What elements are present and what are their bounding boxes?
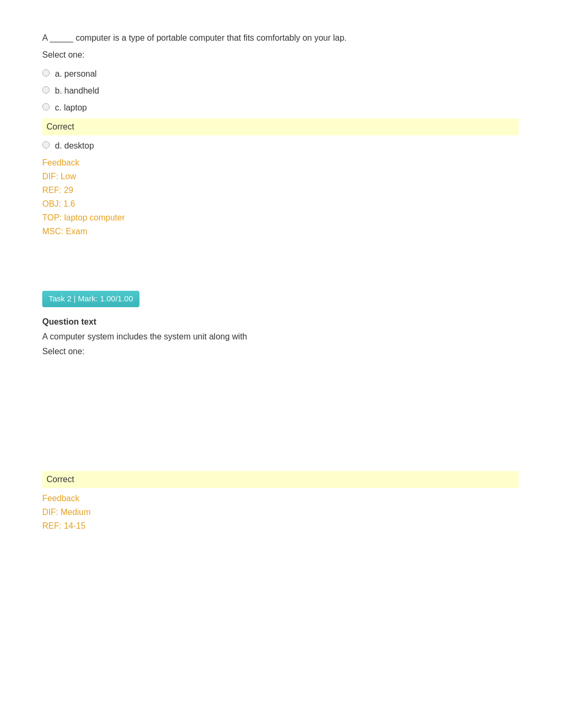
correct-banner-2: Correct bbox=[42, 471, 519, 488]
options-spacer bbox=[42, 364, 519, 470]
option-a-radio[interactable] bbox=[42, 69, 50, 77]
feedback-top-1: TOP: laptop computer bbox=[42, 211, 519, 224]
question-1-select-one: Select one: bbox=[42, 49, 519, 61]
option-a-label: a. personal bbox=[55, 68, 97, 80]
task-2-badge: Task 2 | Mark: 1.00/1.00 bbox=[42, 291, 139, 307]
option-c-label: c. laptop bbox=[55, 102, 87, 114]
feedback-section-1: Feedback DIF: Low REF: 29 OBJ: 1.6 TOP: … bbox=[42, 156, 519, 238]
option-b-label: b. handheld bbox=[55, 85, 99, 97]
question-2-text-label: Question text bbox=[42, 316, 519, 328]
option-a-row[interactable]: a. personal bbox=[42, 68, 519, 80]
question-2-block: Task 2 | Mark: 1.00/1.00 Question text A… bbox=[42, 259, 519, 532]
feedback-dif-2: DIF: Medium bbox=[42, 506, 519, 519]
feedback-section-2: Feedback DIF: Medium REF: 14-15 bbox=[42, 492, 519, 532]
question-2-select-one: Select one: bbox=[42, 345, 519, 358]
option-b-radio[interactable] bbox=[42, 86, 50, 94]
feedback-link-2[interactable]: Feedback bbox=[42, 492, 519, 505]
feedback-msc-1: MSC: Exam bbox=[42, 225, 519, 238]
question-1-block: A _____ computer is a type of portable c… bbox=[42, 32, 519, 238]
feedback-ref-1: REF: 29 bbox=[42, 184, 519, 197]
feedback-dif-1: DIF: Low bbox=[42, 170, 519, 183]
question-1-text: A _____ computer is a type of portable c… bbox=[42, 32, 519, 44]
option-c-radio[interactable] bbox=[42, 103, 50, 110]
feedback-ref-2: REF: 14-15 bbox=[42, 520, 519, 532]
option-d-label: d. desktop bbox=[55, 140, 94, 152]
feedback-obj-1: OBJ: 1.6 bbox=[42, 198, 519, 210]
question-2-text: A computer system includes the system un… bbox=[42, 330, 519, 343]
correct-banner-1: Correct bbox=[42, 118, 519, 135]
feedback-link-1[interactable]: Feedback bbox=[42, 156, 519, 169]
option-d-row[interactable]: d. desktop bbox=[42, 140, 519, 152]
option-d-radio[interactable] bbox=[42, 141, 50, 149]
option-c-row[interactable]: c. laptop bbox=[42, 102, 519, 114]
option-b-row[interactable]: b. handheld bbox=[42, 85, 519, 97]
